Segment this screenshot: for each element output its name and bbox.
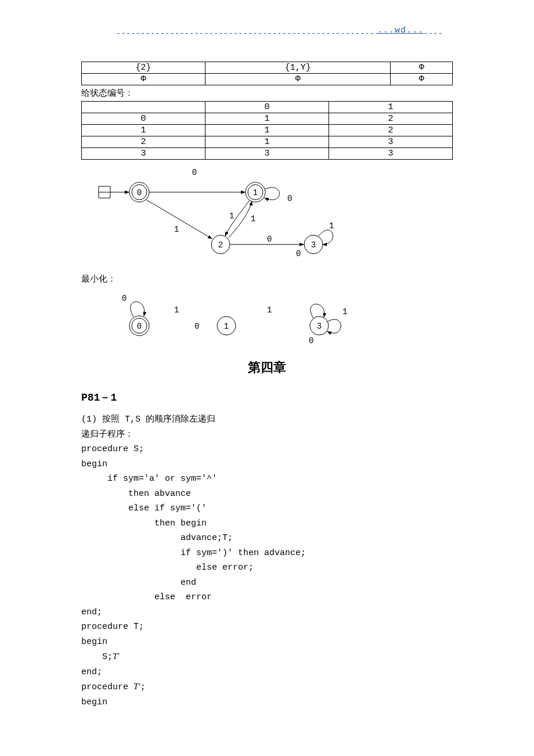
cell: 3: [329, 136, 453, 148]
label-minimize: 最小化：: [81, 273, 453, 285]
state-diagram-1-svg: 0 1 2 3 0 0 1: [81, 163, 371, 268]
code-line: procedure S;: [81, 444, 144, 454]
code-line: (1) 按照 T,S 的顺序消除左递归: [81, 415, 215, 424]
code-line: if sym='a' or sym='^': [81, 474, 217, 484]
edge-label: 0: [194, 322, 199, 331]
cell: 1: [205, 113, 329, 125]
table-sets: {2} {1,Y} Φ Φ Φ Φ: [81, 62, 453, 85]
node-label: 1: [253, 188, 258, 197]
edge-label: 1: [267, 305, 272, 315]
cell: 1: [205, 125, 329, 136]
table-transitions: 0 1 0 1 2 1 1 2 2 1 3 3 3 3: [81, 101, 453, 160]
code-line: else error;: [81, 563, 254, 573]
edge-label: 1: [342, 307, 347, 316]
edge-label: 0: [296, 249, 301, 258]
node-label: 3: [317, 322, 322, 331]
edge-label: 0: [122, 294, 127, 303]
page-header: ...wd... -------------------------------…: [0, 29, 534, 38]
code-block: (1) 按照 T,S 的顺序消除左递归 递归子程序： procedure S; …: [81, 412, 453, 710]
code-line: begin: [81, 459, 107, 469]
code-line: end;: [81, 607, 102, 617]
code-line: begin: [81, 637, 107, 647]
page: ...wd... -------------------------------…: [0, 29, 534, 710]
edge-label: 1: [174, 305, 179, 315]
node-label: 3: [311, 240, 316, 250]
node-label: 0: [137, 322, 142, 331]
state-diagram-2-svg: 0 0 1 0 1 1 3 0 1: [81, 288, 360, 346]
table-row: 1 1 2: [82, 125, 453, 136]
edge-label: 0: [309, 336, 313, 345]
table-row: 0 1 2: [82, 113, 453, 125]
edge-label: 1: [229, 211, 234, 221]
section-heading: P81－1: [81, 390, 453, 404]
code-line: else error: [81, 592, 212, 602]
code-line: begin: [81, 697, 107, 707]
label-state-numbering: 给状态编号：: [81, 88, 453, 99]
cell: 3: [329, 148, 453, 160]
table-row: {2} {1,Y} Φ: [82, 62, 453, 74]
cell: 1: [82, 125, 205, 136]
cell: 1: [329, 102, 453, 113]
cell: {1,Y}: [205, 62, 391, 74]
cell: 1: [205, 136, 329, 148]
cell: 2: [329, 125, 453, 136]
cell: Φ: [82, 74, 205, 85]
header-wd-link: ...wd...: [377, 26, 424, 35]
code-line: procedure T;: [81, 622, 144, 632]
cell: 3: [82, 148, 205, 160]
state-diagram-1: 0 1 2 3 0 0 1: [81, 163, 453, 270]
content-area: {2} {1,Y} Φ Φ Φ Φ 给状态编号： 0 1 0 1 2: [0, 38, 534, 710]
cell: 2: [329, 113, 453, 125]
cell: Φ: [205, 74, 391, 85]
node-label: 2: [218, 240, 223, 250]
edge-label: 1: [174, 225, 179, 234]
edge-label: 1: [251, 214, 255, 224]
cell: 0: [82, 113, 205, 125]
cell: 2: [82, 136, 205, 148]
code-line: then abvance: [81, 489, 191, 499]
code-line: 递归子程序：: [81, 430, 134, 440]
code-line: else if sym='(': [81, 503, 207, 513]
table-row: 3 3 3: [82, 148, 453, 160]
cell: 0: [205, 102, 329, 113]
node-label: 0: [137, 188, 142, 197]
cell: 3: [205, 148, 329, 160]
table-row: 2 1 3: [82, 136, 453, 148]
cell: Φ: [391, 74, 453, 85]
cell: {2}: [82, 62, 205, 74]
code-line: end: [81, 578, 196, 588]
table-row: 0 1: [82, 102, 453, 113]
cell: [82, 102, 205, 113]
edge-label: 0: [267, 235, 272, 244]
code-line: then begin: [81, 519, 207, 528]
node-label: 1: [224, 322, 229, 331]
chapter-title: 第四章: [81, 359, 453, 376]
code-line: S;T′: [81, 652, 120, 662]
code-line: if sym=')' then advance;: [81, 548, 306, 558]
table-row: Φ Φ Φ: [82, 74, 453, 85]
edge-label: 1: [329, 221, 334, 231]
code-line: end;: [81, 667, 102, 677]
edge-label: 0: [192, 168, 197, 177]
edge-label: 0: [287, 194, 292, 203]
code-line: procedure T′;: [81, 682, 146, 692]
cell: Φ: [391, 62, 453, 74]
code-line: advance;T;: [81, 533, 233, 543]
state-diagram-2: 0 0 1 0 1 1 3 0 1: [81, 288, 453, 348]
